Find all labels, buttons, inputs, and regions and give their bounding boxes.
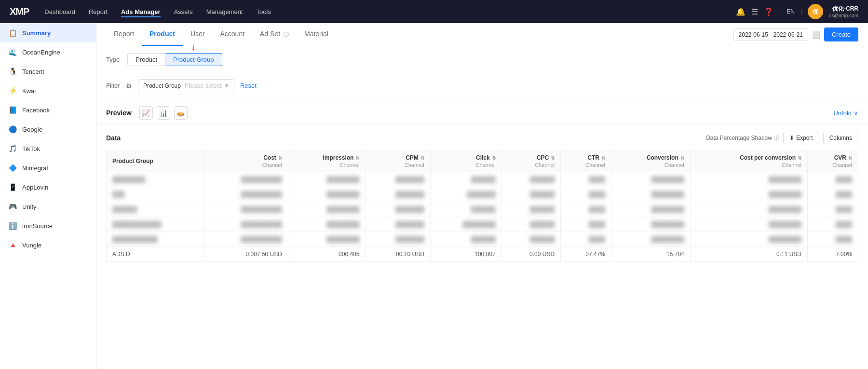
data-percentage-shadow: Data Percentage Shadow ⓘ [706,135,779,142]
tab-adset[interactable]: Ad Set ⓘ [252,23,297,46]
tab-report[interactable]: Report [106,23,142,46]
reset-link[interactable]: Reset [240,82,257,89]
table-cell: ████ [561,217,611,232]
sidebar-item-vungle[interactable]: 🔺 Vungle [0,235,96,255]
bar-chart-icon[interactable]: 📊 [157,106,170,120]
unity-icon: 🎮 [8,202,17,211]
table-cell: ███████ [430,187,502,202]
nav-ads-manager[interactable]: Ads Manager [121,6,161,17]
sidebar-label-mintegral: Mintegral [22,164,48,172]
col-click[interactable]: Click ⇅ Channel [430,150,502,172]
table-cell: 0.00 USD [502,247,560,262]
col-ctr[interactable]: CTR ⇅ Channel [561,150,611,172]
table-cell: ████████ [288,202,366,217]
col-cpm[interactable]: CPM ⇅ Channel [366,150,430,172]
type-buttons: Product Product Group ↓ [127,53,222,66]
sidebar-item-unity[interactable]: 🎮 Unity [0,197,96,216]
table-cell: ██████████ [203,217,288,232]
table-cell: ██████ [502,217,560,232]
table-cell: ████ [561,202,611,217]
table-cell: ██████████ [203,232,288,247]
oceanengine-icon: 🌊 [8,47,17,57]
sidebar-item-tencent[interactable]: 🐧 Tencent [0,62,96,81]
date-range-picker[interactable]: 2022-06-15 - 2022-06-21 [733,28,808,41]
pie-chart-icon[interactable]: 🥧 [174,106,188,120]
sidebar-item-google[interactable]: 🔵 Google [0,120,96,139]
calendar-icon[interactable]: ⬜ [812,31,820,39]
col-cvr[interactable]: CVR ⇅ Channel [808,150,858,172]
settings-icon[interactable]: ⚙ [126,82,132,90]
nav-dashboard[interactable]: Dashboard [44,6,75,17]
sidebar-item-mintegral[interactable]: 🔷 Mintegral [0,158,96,178]
unfold-button[interactable]: Unfold ∨ [833,109,858,117]
user-info: 优化-CRR cs@xmp.com [829,5,858,18]
table-cell: ████████ [690,202,807,217]
sidebar-item-summary[interactable]: 📋 Summary [0,23,96,42]
col-cost-per-conversion[interactable]: Cost per conversion ⇅ Channel [690,150,807,172]
type-row: Type Product Product Group ↓ [96,46,868,73]
nav-assets[interactable]: Assets [174,6,193,17]
table-cell: ████████ [288,232,366,247]
sort-cpc2-icon: ⇅ [798,155,801,161]
table-cell: ████████ [690,232,807,247]
type-btn-product[interactable]: Product [127,53,165,66]
sub-nav-tabs: Report Product ↓ User Account Ad Set ⓘ M… [106,23,733,46]
sidebar-item-ironsource[interactable]: ℹ️ ironSource [0,216,96,235]
vungle-icon: 🔺 [8,240,17,250]
sidebar-item-applovin[interactable]: 📱 AppLovin [0,178,96,197]
language-selector[interactable]: EN [787,8,795,15]
col-impression[interactable]: Impression ⇅ Channel [288,150,366,172]
table-cell: ████████ [690,187,807,202]
col-cpc[interactable]: CPC ⇅ Channel [502,150,560,172]
data-section: Data Data Percentage Shadow ⓘ ⬇ Export C… [96,124,868,270]
table-cell: ██████████ [203,187,288,202]
data-header: Data Data Percentage Shadow ⓘ ⬇ Export C… [106,132,858,144]
sidebar-item-oceanengine[interactable]: 🌊 OceanEngine [0,42,96,62]
table-cell: ████████ [611,232,691,247]
table-row: ████████████████████████████████████████… [107,202,858,217]
help-icon[interactable]: ❓ [764,7,773,16]
nav-tools[interactable]: Tools [257,6,271,17]
user-name: 优化-CRR [829,5,858,13]
table-row: ████████████████████████████████████████… [107,172,858,187]
sidebar-item-kwai[interactable]: ⚡ Kwai [0,81,96,100]
tab-material[interactable]: Material [297,23,336,46]
create-button[interactable]: Create [824,27,858,41]
tab-product[interactable]: Product ↓ [142,23,183,46]
type-label: Type [106,56,120,63]
tencent-icon: 🐧 [8,67,17,76]
sidebar-item-facebook[interactable]: 📘 Facebook [0,100,96,120]
bell-icon[interactable]: 🔔 [736,7,746,16]
ironsource-icon: ℹ️ [8,221,17,231]
table-cell: 7.00% [808,247,858,262]
table-cell: ███████ [366,172,430,187]
menu-icon[interactable]: ☰ [751,7,758,16]
col-conversion[interactable]: Conversion ⇅ Channel [611,150,691,172]
table-cell: ████ [561,187,611,202]
table-cell: ████ [808,232,858,247]
sidebar-label-unity: Unity [22,203,37,210]
filter-select-placeholder: Please select [185,82,222,89]
tab-user[interactable]: User [183,23,213,46]
kwai-icon: ⚡ [8,86,17,96]
table-cell: ███████████ [107,232,204,247]
export-button[interactable]: ⬇ Export [783,132,819,144]
sidebar-label-summary: Summary [22,29,51,37]
avatar[interactable]: 优 [808,4,823,19]
sidebar-label-vungle: Vungle [22,242,41,249]
columns-button[interactable]: Columns [823,132,858,144]
table-cell: 00.10 USD [366,247,430,262]
table-cell: ████████ [611,172,691,187]
type-btn-product-group[interactable]: Product Group ↓ [165,53,222,66]
sidebar-label-kwai: Kwai [22,87,36,95]
product-group-select[interactable]: Product Group Please select ▼ [138,79,234,92]
nav-report[interactable]: Report [89,6,108,17]
table-cell: ██████ [107,202,204,217]
table-cell: ████████ [288,187,366,202]
col-cost[interactable]: Cost ⇅ Channel [203,150,288,172]
line-chart-icon[interactable]: 📈 [139,106,153,120]
nav-management[interactable]: Management [206,6,243,17]
tab-account[interactable]: Account [212,23,252,46]
pct-info-icon[interactable]: ⓘ [774,135,779,142]
sidebar-item-tiktok[interactable]: 🎵 TikTok [0,139,96,158]
